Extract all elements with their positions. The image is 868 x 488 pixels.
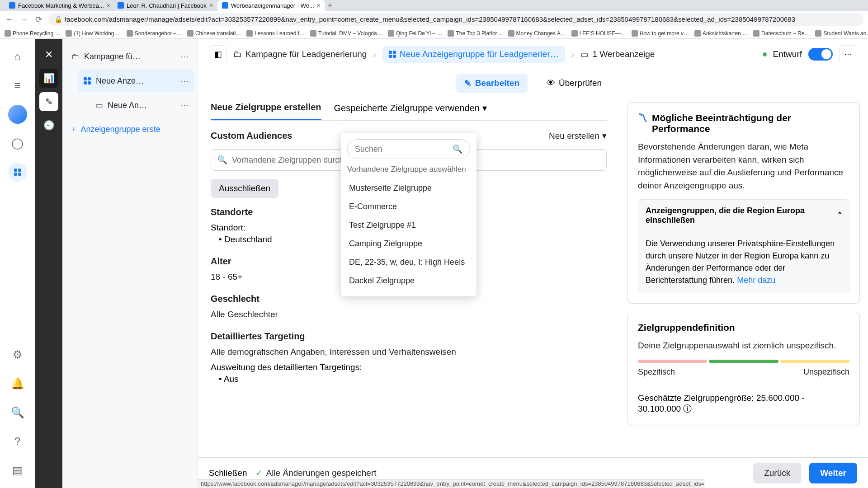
more-icon[interactable]: ⋯ bbox=[180, 76, 189, 86]
targeting-expansion-label: Ausweitung des detaillierten Targetings: bbox=[211, 362, 607, 372]
tab-new-audience[interactable]: Neue Zielgruppe erstellen bbox=[211, 102, 321, 120]
history-icon[interactable]: 🕘 bbox=[39, 116, 58, 135]
tab-saved-audience[interactable]: Gespeicherte Zielgruppe verwenden▾ bbox=[334, 102, 487, 120]
close-button[interactable]: ✕ bbox=[39, 45, 58, 64]
report-icon[interactable]: ▤ bbox=[8, 461, 27, 480]
ad-icon: ▭ bbox=[95, 101, 103, 109]
ads-manager-icon[interactable] bbox=[8, 163, 27, 182]
panel-toggle-button[interactable]: ◧ bbox=[209, 45, 227, 63]
bookmark[interactable]: Qing Fei De Yi – … bbox=[388, 30, 443, 37]
close-icon[interactable]: × bbox=[209, 2, 213, 9]
dropdown-search[interactable]: 🔍 bbox=[347, 139, 470, 159]
right-column: 〽Mögliche Beeinträchtigung der Performan… bbox=[619, 97, 868, 457]
url-bar[interactable]: 🔒 facebook.com/adsmanager/manage/adsets/… bbox=[48, 13, 863, 26]
dropdown-item[interactable]: Camping Zielgruppe bbox=[347, 235, 470, 253]
estimated-size: Geschätzte Zielgruppengröße: 25.600.000 … bbox=[638, 393, 849, 415]
performance-accordion: Anzeigengruppen, die die Region Europa e… bbox=[638, 199, 849, 293]
dropdown-item[interactable]: Dackel Zielgruppe bbox=[347, 272, 470, 290]
gauge-label-left: Spezifisch bbox=[638, 367, 675, 377]
tree-adset[interactable]: Neue Anze… ⋯ bbox=[78, 70, 194, 92]
tab-edit[interactable]: ✎Bearbeiten bbox=[456, 74, 528, 93]
close-button[interactable]: Schließen bbox=[209, 468, 247, 478]
dropdown-item[interactable]: Test Zielgruppe #1 bbox=[347, 216, 470, 235]
crumb-ad[interactable]: ▭1 Werbeanzeige bbox=[580, 49, 655, 60]
notifications-icon[interactable]: 🔔 bbox=[8, 374, 27, 393]
performance-body: Bevorstehende Änderungen daran, wie Meta… bbox=[638, 141, 849, 192]
new-tab-button[interactable]: + bbox=[325, 0, 335, 10]
browser-tab[interactable]: Leon R. Chaudhari | Facebook× bbox=[113, 0, 217, 11]
close-icon[interactable]: × bbox=[317, 2, 321, 9]
check-icon: ✓ bbox=[255, 468, 263, 478]
home-icon[interactable]: ⌂ bbox=[8, 47, 27, 66]
audience-definition-card: Zielgruppendefinition Deine Zielgruppena… bbox=[627, 312, 860, 425]
pencil-icon: ✎ bbox=[464, 78, 472, 89]
avatar[interactable] bbox=[8, 105, 27, 124]
bookmark[interactable]: Anksichtskarten … bbox=[694, 30, 748, 37]
learn-more-link[interactable]: Mehr dazu bbox=[737, 276, 775, 285]
bookmark[interactable]: Tutorial: DMV – Vologda… bbox=[310, 30, 382, 37]
help-icon[interactable]: ? bbox=[8, 432, 27, 451]
accordion-header[interactable]: Anzeigengruppen, die die Region Europa e… bbox=[638, 200, 849, 231]
breadcrumb-bar: ◧ 🗀Kampagne für Leadgenerierung › Neue A… bbox=[198, 39, 868, 70]
folder-icon: 🗀 bbox=[233, 49, 242, 59]
bookmark[interactable]: Lessons Learned f… bbox=[246, 30, 305, 37]
targeting-heading: Detailliertes Targeting bbox=[211, 331, 607, 342]
ad-icon: ▭ bbox=[580, 49, 589, 60]
bookmark[interactable]: (1) How Working … bbox=[66, 30, 121, 37]
edit-icon[interactable]: ✎ bbox=[39, 92, 58, 111]
bookmark[interactable]: How to get more v… bbox=[632, 30, 689, 37]
search-icon[interactable]: 🔍 bbox=[8, 403, 27, 422]
accordion-body: Die Verwendung unserer Privatsphäre-Eins… bbox=[638, 231, 849, 293]
bookmark[interactable]: Chinese translati… bbox=[187, 30, 241, 37]
chevron-down-icon: ▾ bbox=[482, 103, 487, 113]
tree-ad[interactable]: ▭ Neue An… ⋯ bbox=[90, 94, 194, 117]
more-icon[interactable]: ⋯ bbox=[180, 100, 189, 110]
new-audience-button[interactable]: Neu erstellen▾ bbox=[549, 131, 607, 141]
add-adset-button[interactable]: + Anzeigengruppe erste bbox=[66, 118, 194, 141]
chevron-down-icon: ▾ bbox=[602, 131, 607, 141]
form-column: Neue Zielgruppe erstellen Gespeicherte Z… bbox=[198, 97, 619, 457]
more-icon[interactable]: ⋯ bbox=[180, 52, 189, 61]
bookmark[interactable]: The Top 3 Platfor… bbox=[448, 30, 502, 37]
plus-icon: + bbox=[71, 125, 76, 134]
bookmark[interactable]: Datenschutz – Re… bbox=[753, 30, 810, 37]
chevron-up-icon: ˄ bbox=[838, 211, 842, 221]
bookmark[interactable]: Sonderangebot –… bbox=[127, 30, 182, 37]
close-icon[interactable]: × bbox=[107, 2, 110, 9]
dropdown-item[interactable]: Musterseite Zielgruppe bbox=[347, 179, 470, 197]
forward-button[interactable]: → bbox=[19, 14, 29, 24]
gauge-icon[interactable]: ◯ bbox=[8, 134, 27, 153]
status-toggle[interactable] bbox=[808, 48, 833, 61]
bookmark[interactable]: Money Changes A… bbox=[508, 30, 566, 37]
settings-icon[interactable]: ⚙ bbox=[8, 345, 27, 364]
exclude-button[interactable]: Ausschließen bbox=[211, 179, 278, 198]
tab-review[interactable]: 👁Überprüfen bbox=[538, 74, 610, 93]
custom-audiences-heading: Custom Audiences bbox=[211, 131, 301, 141]
menu-icon[interactable]: ≡ bbox=[8, 76, 27, 95]
crumb-campaign[interactable]: 🗀Kampagne für Leadgenerierung bbox=[233, 49, 367, 59]
bookmark[interactable]: LEE'S HOUSE—… bbox=[571, 30, 626, 37]
crumb-adset[interactable]: Neue Anzeigengruppe für Leadgenerier… bbox=[382, 46, 565, 63]
adset-icon bbox=[83, 77, 91, 85]
dropdown-item[interactable]: DE, 22-35, w, deu, I: High Heels bbox=[347, 253, 470, 272]
gauge-label-right: Unspezifisch bbox=[803, 367, 849, 377]
bookmark[interactable]: Student Wants an… bbox=[815, 30, 868, 37]
browser-tab-strip: Facebook Marketing & Werbea...× Leon R. … bbox=[0, 0, 868, 11]
info-icon[interactable]: ⓘ bbox=[683, 404, 692, 413]
audience-dropdown: 🔍 Vorhandene Zielgruppe auswählen Muster… bbox=[341, 133, 476, 296]
back-button[interactable]: ← bbox=[5, 14, 14, 24]
chevron-right-icon: › bbox=[373, 49, 376, 60]
definition-body: Deine Zielgruppenauswahl ist ziemlich un… bbox=[638, 339, 849, 352]
browser-tab[interactable]: Facebook Marketing & Werbea...× bbox=[5, 0, 113, 11]
dropdown-item[interactable]: E-Commerce bbox=[347, 197, 470, 216]
dropdown-search-input[interactable] bbox=[355, 145, 453, 154]
bookmark[interactable]: Phone Recycling … bbox=[5, 30, 60, 37]
back-button[interactable]: Zurück bbox=[753, 463, 801, 483]
search-icon: 🔍 bbox=[453, 144, 462, 154]
more-button[interactable]: ⋯ bbox=[839, 45, 857, 63]
next-button[interactable]: Weiter bbox=[809, 463, 857, 483]
chart-icon[interactable]: 📊 bbox=[39, 69, 58, 88]
tree-campaign[interactable]: 🗀 Kampagne fü… ⋯ bbox=[66, 45, 194, 68]
browser-tab[interactable]: Werbeanzeigenmanager - We...× bbox=[217, 0, 325, 11]
reload-button[interactable]: ⟳ bbox=[33, 14, 43, 24]
